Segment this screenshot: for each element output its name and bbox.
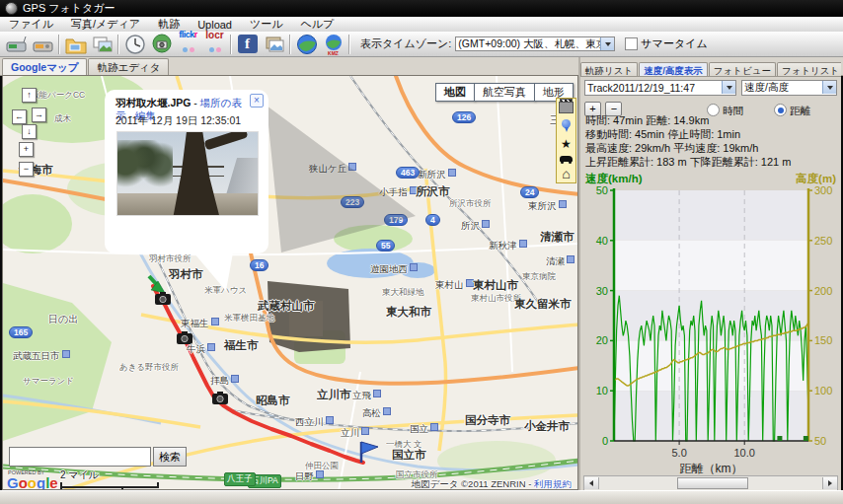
- zoom-in-button[interactable]: +: [19, 142, 34, 157]
- locr-upload-icon[interactable]: locr: [201, 33, 228, 56]
- track-select-arrow-icon[interactable]: [722, 81, 735, 94]
- search-button[interactable]: 検索: [153, 447, 187, 467]
- scrollbar-track[interactable]: [599, 477, 822, 489]
- left-tick-label: 10: [596, 385, 608, 396]
- open-folder-icon[interactable]: [62, 33, 89, 56]
- close-icon[interactable]: ×: [250, 94, 264, 108]
- export-gps-device-icon[interactable]: [30, 33, 56, 56]
- star-tool-icon[interactable]: ★: [561, 138, 572, 150]
- slideshow-tool-icon[interactable]: [559, 102, 574, 113]
- map-label: 武蔵五日市: [13, 350, 70, 363]
- map-label: 狭山ケ丘: [309, 163, 356, 176]
- stat-line: 上昇距離累計: 183 m 下降距離累計: 121 m: [585, 155, 791, 169]
- tab-speed-altitude[interactable]: 速度/高度表示: [639, 62, 708, 77]
- map-label: 日の出: [48, 313, 78, 326]
- chart-scrollbar[interactable]: [583, 475, 838, 491]
- tab-photo-view[interactable]: フォトビュー: [709, 62, 776, 77]
- google-earth-icon[interactable]: [293, 33, 320, 56]
- map-label: 国立: [410, 423, 438, 436]
- home-tool-icon[interactable]: ⌂: [562, 168, 570, 180]
- map-label: 新秋津: [489, 240, 527, 252]
- map-side-toolbar: ★ ⌂: [556, 98, 576, 183]
- zoom-out-button[interactable]: −: [19, 162, 34, 177]
- map-panel[interactable]: 飯能パークCC成木青梅市三芳126狭山ケ丘新所沢463小手指所沢市所沢市役所東所…: [2, 75, 578, 490]
- menu-tools[interactable]: ツール: [241, 16, 292, 33]
- map-label: 223: [341, 196, 364, 208]
- map-label: 成木: [54, 113, 71, 125]
- speed-altitude-chart[interactable]: 01020304050501001502002503005.010.0距離（km…: [580, 186, 841, 474]
- flickr-upload-icon[interactable]: flickr: [175, 33, 201, 56]
- map-label: 4: [425, 214, 440, 226]
- map-type-map-button[interactable]: 地図: [435, 83, 475, 102]
- pan-right-button[interactable]: →: [32, 108, 46, 122]
- pan-down-button[interactable]: ↓: [22, 124, 37, 139]
- map-labels-layer: 飯能パークCC成木青梅市三芳126狭山ケ丘新所沢463小手指所沢市所沢市役所東所…: [3, 76, 578, 490]
- map-label: 西立川: [295, 416, 334, 429]
- track-statistics: 時間: 47min 距離: 14.9km 移動時間: 45min 停止時間: 1…: [585, 113, 791, 169]
- stat-line: 最高速度: 29km/h 平均速度: 19km/h: [585, 141, 791, 155]
- flickr-flowers: [182, 39, 195, 57]
- pan-left-button[interactable]: ←: [12, 109, 27, 124]
- map-label: 日野: [295, 470, 324, 483]
- map-label: 新所沢: [418, 169, 456, 181]
- map-label: 179: [384, 214, 408, 226]
- chart-band: [614, 190, 808, 241]
- map-label: 東村山: [435, 279, 474, 292]
- map-label: 16: [250, 259, 268, 271]
- pan-up-button[interactable]: ↑: [22, 88, 37, 103]
- kmz-export-icon[interactable]: KMZ: [320, 33, 346, 56]
- map-label: 国立市: [392, 448, 426, 463]
- map-label: 国分寺市: [465, 413, 510, 428]
- map-label: あきる野市役所: [119, 362, 179, 374]
- slideshow-icon[interactable]: [261, 33, 287, 56]
- map-attribution: 地図データ ©2011 ZENRIN - 利用規約: [412, 478, 572, 490]
- import-gps-device-icon[interactable]: [3, 33, 30, 56]
- map-label: 東所沢: [528, 200, 567, 213]
- scrollbar-thumb[interactable]: [677, 477, 748, 489]
- window-titlebar: GPS フォトタガー: [0, 0, 843, 17]
- map-label: サマーランド: [23, 376, 74, 388]
- scroll-right-icon[interactable]: [822, 477, 837, 489]
- map-label: 24: [520, 186, 539, 198]
- timezone-select[interactable]: (GMT+09:00) 大阪、札幌、東京: [455, 36, 615, 51]
- tab-track-list[interactable]: 軌跡リスト: [580, 62, 638, 77]
- x-tick-label: 5.0: [671, 447, 686, 459]
- map-label: 東久留米市: [514, 297, 572, 312]
- scale-miles-label: 2 マイル: [60, 469, 99, 480]
- clock-sync-icon[interactable]: [121, 33, 148, 56]
- map-label: 羽村市: [169, 267, 203, 282]
- tab-photo-list[interactable]: フォトリスト: [777, 62, 841, 77]
- chart-band: [614, 291, 808, 341]
- menu-photo-media[interactable]: 写真/メディア: [62, 16, 149, 33]
- terms-link[interactable]: 利用規約: [534, 478, 572, 489]
- right-tab-strip: 軌跡リスト速度/高度表示フォトビューフォトリストメディアリスト: [580, 60, 841, 77]
- map-label: 福生市: [224, 338, 259, 353]
- search-input[interactable]: [9, 447, 151, 467]
- view-select[interactable]: 速度/高度: [741, 80, 837, 96]
- map-label: 羽村市役所: [149, 253, 192, 265]
- menu-file[interactable]: ファイル: [0, 16, 62, 33]
- chart-photo-marker: [804, 436, 808, 441]
- map-type-satellite-button[interactable]: 航空写真: [474, 83, 535, 102]
- photo-filename: 羽村取水堰.JPG: [115, 97, 191, 108]
- car-tool-icon[interactable]: [560, 156, 573, 162]
- add-photos-icon[interactable]: [89, 33, 115, 56]
- menu-help[interactable]: ヘルプ: [292, 16, 344, 33]
- photo-thumbnail[interactable]: [116, 131, 259, 216]
- summer-time-checkbox[interactable]: [625, 37, 638, 50]
- timezone-select-arrow-icon[interactable]: [600, 37, 614, 50]
- map-label: 126: [452, 111, 476, 123]
- map-label: 55: [376, 240, 395, 252]
- track-select[interactable]: Track2011/12/19_11:47: [584, 80, 736, 96]
- geotag-globe-icon[interactable]: [148, 33, 175, 56]
- photo-popup[interactable]: 羽村取水堰.JPG - 場所の表示 - 編集 × 2011年 12月 19日 1…: [105, 90, 268, 253]
- status-bar: [0, 490, 843, 504]
- app-icon: [5, 2, 18, 15]
- view-select-arrow-icon[interactable]: [822, 81, 836, 94]
- map-label: 武蔵村山市: [258, 299, 315, 314]
- toolbar-separator: [348, 35, 350, 54]
- scroll-left-icon[interactable]: [584, 477, 599, 489]
- facebook-upload-icon[interactable]: f: [234, 33, 261, 56]
- pin-tool-icon[interactable]: [562, 119, 571, 128]
- chart-band: [614, 340, 808, 391]
